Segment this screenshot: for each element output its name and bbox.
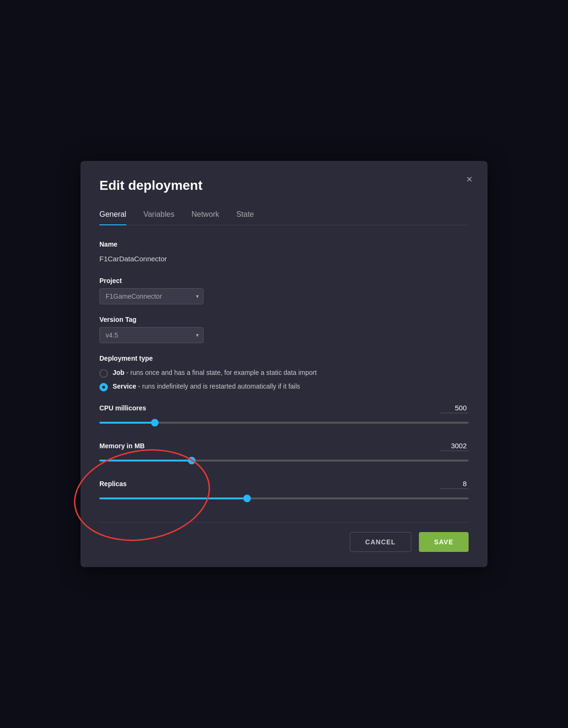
version-tag-section: Version Tag v4.5 ▾	[99, 316, 469, 343]
job-radio-button[interactable]	[99, 369, 108, 378]
project-section: Project F1GameConnector ▾	[99, 277, 469, 304]
name-label: Name	[99, 240, 469, 248]
project-select[interactable]: F1GameConnector	[99, 288, 204, 304]
cpu-slider-section: CPU millicores	[99, 403, 469, 427]
version-tag-select[interactable]: v4.5	[99, 327, 204, 343]
version-tag-label: Version Tag	[99, 316, 469, 323]
project-label: Project	[99, 277, 469, 284]
memory-value-input[interactable]	[440, 441, 469, 451]
memory-slider-wrapper	[99, 456, 469, 465]
name-value: F1CarDataConnector	[99, 252, 469, 266]
cpu-label: CPU millicores	[99, 404, 146, 412]
tab-state[interactable]: State	[236, 206, 254, 225]
version-tag-select-wrapper: v4.5 ▾	[99, 327, 204, 343]
replicas-label: Replicas	[99, 480, 127, 488]
cpu-value-input[interactable]	[440, 403, 469, 413]
project-select-wrapper: F1GameConnector ▾	[99, 288, 204, 304]
cpu-slider-wrapper	[99, 418, 469, 427]
replicas-slider-fill	[99, 497, 247, 499]
name-section: Name F1CarDataConnector	[99, 240, 469, 266]
cpu-slider-fill	[99, 422, 155, 424]
tab-general[interactable]: General	[99, 206, 126, 225]
memory-slider-fill	[99, 460, 192, 462]
dialog-title: Edit deployment	[99, 178, 469, 193]
cpu-slider-thumb[interactable]	[151, 419, 159, 426]
close-button[interactable]: ×	[466, 174, 472, 185]
cpu-slider-header: CPU millicores	[99, 403, 469, 413]
replicas-slider-thumb[interactable]	[243, 495, 251, 502]
memory-slider-section: Memory in MB	[99, 441, 469, 465]
replicas-value-input[interactable]	[440, 479, 469, 489]
edit-deployment-dialog: Edit deployment × General Variables Netw…	[80, 161, 488, 567]
memory-label: Memory in MB	[99, 442, 145, 450]
replicas-slider-header: Replicas	[99, 479, 469, 489]
save-button[interactable]: SAVE	[419, 532, 469, 552]
tab-variables[interactable]: Variables	[143, 206, 175, 225]
deployment-type-section: Deployment type Job - runs once and has …	[99, 355, 469, 391]
replicas-slider-wrapper	[99, 494, 469, 503]
dialog-footer: CANCEL SAVE	[99, 522, 469, 552]
deployment-type-label: Deployment type	[99, 355, 469, 362]
tab-bar: General Variables Network State	[99, 206, 469, 225]
memory-slider-thumb[interactable]	[188, 457, 195, 464]
job-radio-option[interactable]: Job - runs once and has a final state, f…	[99, 369, 469, 378]
replicas-slider-section: Replicas	[99, 479, 469, 503]
job-radio-label: Job - runs once and has a final state, f…	[113, 369, 317, 376]
service-radio-option[interactable]: Service - runs indefinitely and is resta…	[99, 382, 469, 391]
service-radio-label: Service - runs indefinitely and is resta…	[113, 382, 300, 390]
tab-network[interactable]: Network	[191, 206, 219, 225]
service-radio-button[interactable]	[99, 383, 108, 391]
memory-slider-header: Memory in MB	[99, 441, 469, 451]
cancel-button[interactable]: CANCEL	[350, 532, 411, 552]
